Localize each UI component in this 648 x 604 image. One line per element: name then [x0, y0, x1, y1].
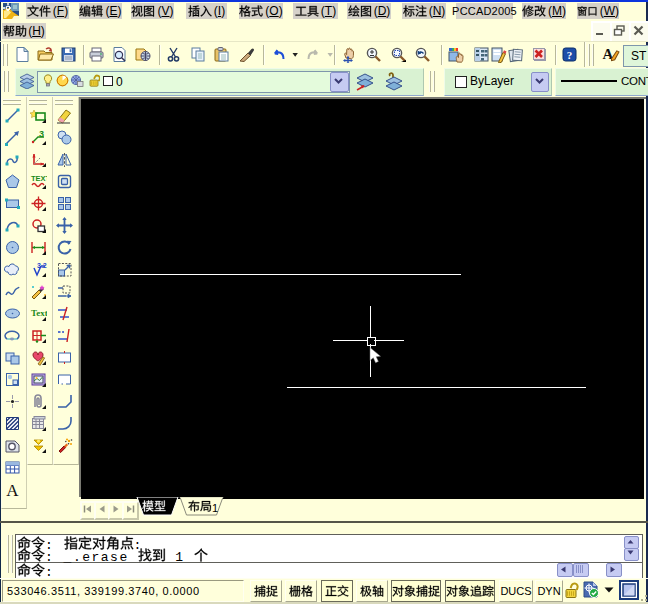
svg-text:A: A — [6, 481, 19, 498]
svg-text:TEXT: TEXT — [31, 174, 47, 183]
svg-text:?: ? — [567, 49, 573, 61]
svg-text:Text: Text — [31, 308, 47, 318]
